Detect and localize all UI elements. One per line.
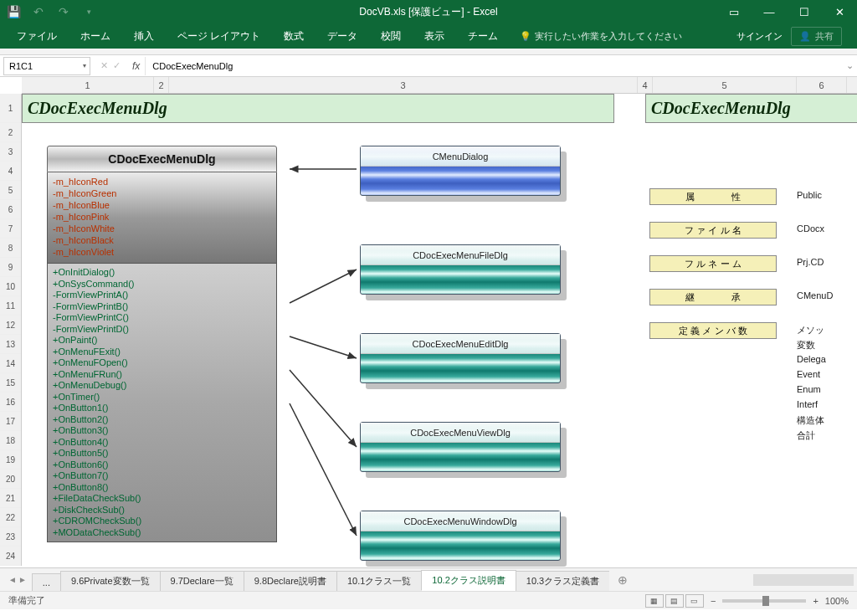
row-header[interactable]: 15: [0, 373, 21, 393]
redo-icon[interactable]: ↷: [57, 5, 70, 18]
cancel-formula-icon[interactable]: ✕: [100, 60, 108, 71]
tab-data[interactable]: データ: [316, 23, 369, 49]
cell-value[interactable]: 構造体: [797, 414, 824, 427]
uml-box[interactable]: CDocExecMenuWindowDlg: [360, 511, 561, 561]
titlebar: 💾 ↶ ↷ ▾ DocVB.xls [保護ビュー] - Excel ▭ — ☐ …: [0, 0, 857, 23]
cell-value[interactable]: CMenuD: [797, 290, 833, 300]
share-button[interactable]: 👤共有: [791, 27, 842, 46]
row-header[interactable]: 5: [0, 181, 21, 200]
zoom-out-button[interactable]: −: [711, 596, 716, 606]
signin-link[interactable]: サインイン: [736, 30, 783, 43]
row-header[interactable]: 10: [0, 277, 21, 296]
row-header[interactable]: 3: [0, 142, 21, 162]
row-header[interactable]: 21: [0, 489, 21, 508]
tellme-search[interactable]: 💡実行したい作業を入力してください: [510, 30, 682, 43]
property-label[interactable]: フ ル ネ ー ム: [649, 255, 777, 272]
class-box[interactable]: CDocExecMenuDlg -m_hIconRed-m_hIconGreen…: [47, 146, 277, 542]
page-break-icon: ▭: [685, 594, 704, 608]
minimize-button[interactable]: —: [755, 0, 783, 23]
uml-box[interactable]: CDocExecMenuEditDlg: [360, 333, 561, 383]
cell-value[interactable]: Event: [797, 369, 820, 379]
uml-box[interactable]: CMenuDialog: [360, 146, 561, 196]
cell-value[interactable]: CDocx: [797, 223, 824, 234]
sheet-tab[interactable]: 9.8Declare説明書: [244, 571, 337, 591]
row-header[interactable]: 11: [0, 296, 21, 316]
qat-more-icon[interactable]: ▾: [82, 5, 95, 18]
row-header[interactable]: 6: [0, 200, 21, 219]
row-header[interactable]: 7: [0, 219, 21, 239]
tab-nav[interactable]: ◄►: [3, 575, 32, 584]
cell-value[interactable]: Public: [797, 190, 822, 200]
fx-icon[interactable]: fx: [127, 60, 145, 72]
horizontal-scrollbar[interactable]: [753, 574, 854, 586]
tab-team[interactable]: チーム: [456, 23, 510, 49]
row-header[interactable]: 17: [0, 412, 21, 431]
undo-icon[interactable]: ↶: [32, 5, 45, 18]
row-header[interactable]: 8: [0, 239, 21, 258]
column-headers: 123456: [22, 77, 857, 94]
row-header[interactable]: 19: [0, 450, 21, 470]
tab-home[interactable]: ホーム: [69, 23, 122, 49]
cell-value[interactable]: 変数: [797, 339, 815, 352]
property-label[interactable]: 属 性: [649, 188, 777, 205]
maximize-button[interactable]: ☐: [790, 0, 819, 23]
property-label[interactable]: フ ァ イ ル 名: [649, 222, 777, 239]
row-header[interactable]: 9: [0, 258, 21, 277]
uml-box[interactable]: CDocExecMenuFileDlg: [360, 244, 561, 295]
sheet-tab[interactable]: 9.6Private変数一覧: [60, 571, 161, 591]
tab-file[interactable]: ファイル: [5, 23, 69, 49]
sheet-tab[interactable]: 10.2クラス説明書: [421, 570, 516, 591]
ribbon-options-icon[interactable]: ▭: [720, 0, 748, 23]
name-box[interactable]: R1C1: [3, 57, 90, 75]
col-header[interactable]: 4: [638, 77, 653, 93]
title-cell-2[interactable]: CDocExecMenuDlg: [645, 94, 857, 123]
cell-value[interactable]: メソッ: [797, 324, 824, 336]
zoom-level[interactable]: 100%: [825, 596, 849, 606]
col-header[interactable]: 2: [154, 77, 169, 93]
row-header[interactable]: 4: [0, 162, 21, 181]
property-label[interactable]: 定 義 メ ン バ 数: [649, 322, 777, 339]
zoom-in-button[interactable]: +: [813, 596, 818, 606]
save-icon[interactable]: 💾: [7, 5, 20, 18]
row-header[interactable]: 20: [0, 470, 21, 489]
col-header[interactable]: 6: [797, 77, 847, 93]
enter-formula-icon[interactable]: ✓: [113, 60, 121, 71]
worksheet[interactable]: 123456 123456789101112131415161718192021…: [0, 77, 857, 567]
row-header[interactable]: 24: [0, 547, 21, 566]
add-sheet-button[interactable]: ⊕: [609, 573, 636, 587]
tab-formulas[interactable]: 数式: [272, 23, 316, 49]
formula-input[interactable]: CDocExecMenuDlg: [145, 57, 842, 75]
uml-box[interactable]: CDocExecMenuViewDlg: [360, 422, 561, 472]
zoom-slider[interactable]: [722, 599, 806, 603]
row-header[interactable]: 14: [0, 354, 21, 373]
row-header[interactable]: 22: [0, 508, 21, 527]
cell-value[interactable]: Enum: [797, 384, 821, 394]
row-header[interactable]: 13: [0, 335, 21, 354]
property-label[interactable]: 継 承: [649, 289, 777, 305]
row-header[interactable]: 1: [0, 94, 21, 123]
cell-value[interactable]: Prj.CD: [797, 257, 824, 267]
tab-review[interactable]: 校閲: [369, 23, 413, 49]
sheet-tab[interactable]: 10.1クラス一覧: [336, 571, 422, 591]
view-buttons[interactable]: ▦▤▭: [645, 594, 704, 608]
row-header[interactable]: 23: [0, 527, 21, 547]
cell-value[interactable]: 合計: [797, 429, 815, 442]
col-header[interactable]: 3: [169, 77, 638, 93]
tab-pagelayout[interactable]: ページ レイアウト: [166, 23, 272, 49]
close-button[interactable]: ✕: [825, 0, 854, 23]
row-header[interactable]: 18: [0, 431, 21, 450]
row-header[interactable]: 12: [0, 316, 21, 335]
row-header[interactable]: 16: [0, 393, 21, 412]
col-header[interactable]: 5: [653, 77, 797, 93]
cell-value[interactable]: Delega: [797, 354, 826, 364]
row-header[interactable]: 2: [0, 123, 21, 142]
expand-formula-icon[interactable]: ⌄: [842, 60, 857, 71]
col-header[interactable]: 1: [22, 77, 154, 93]
tab-insert[interactable]: 挿入: [122, 23, 166, 49]
sheet-tab[interactable]: ...: [32, 573, 61, 591]
tab-view[interactable]: 表示: [413, 23, 456, 49]
sheet-tab[interactable]: 10.3クラス定義書: [516, 571, 609, 591]
sheet-tab[interactable]: 9.7Declare一覧: [160, 571, 244, 591]
title-cell-1[interactable]: CDocExecMenuDlg: [22, 94, 614, 123]
cell-value[interactable]: Interf: [797, 399, 818, 409]
